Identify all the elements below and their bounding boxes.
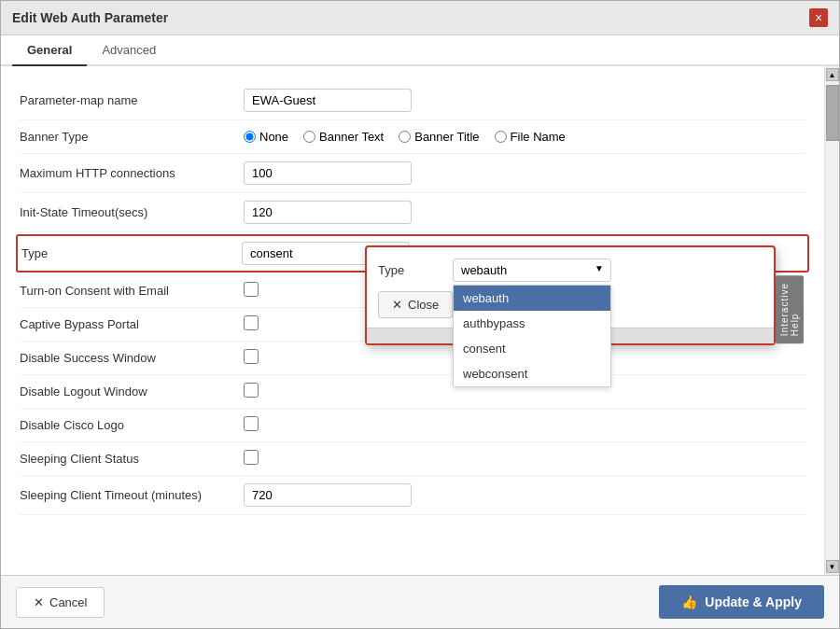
disable-cisco-logo-label: Disable Cisco Logo: [20, 418, 244, 432]
dropdown-item-authbypass[interactable]: authbypass: [454, 311, 610, 336]
dialog-footer: ✕ Cancel 👍 Update & Apply: [1, 575, 839, 628]
overlay-dropdown-list: webauth authbypass consent webconsent: [453, 285, 611, 387]
banner-type-options: None Banner Text Banner Title File Name: [244, 130, 805, 144]
dropdown-item-webconsent[interactable]: webconsent: [454, 361, 610, 386]
sleeping-client-timeout-label: Sleeping Client Timeout (minutes): [20, 488, 244, 502]
update-icon: 👍: [681, 594, 697, 609]
banner-radio-group: None Banner Text Banner Title File Name: [244, 130, 805, 144]
dropdown-item-consent[interactable]: consent: [454, 336, 610, 361]
max-http-input[interactable]: [244, 161, 412, 185]
init-state-value: [244, 201, 805, 224]
turn-on-consent-label: Turn-on Consent with Email: [20, 284, 244, 298]
captive-bypass-label: Captive Bypass Portal: [20, 317, 244, 331]
dialog-close-button[interactable]: ×: [809, 8, 828, 27]
sleeping-client-label: Sleeping Client Status: [20, 452, 244, 466]
sleeping-client-row: Sleeping Client Status: [20, 442, 805, 476]
turn-on-consent-checkbox[interactable]: [244, 282, 259, 297]
banner-title-option[interactable]: Banner Title: [399, 130, 479, 144]
banner-type-label: Banner Type: [20, 130, 244, 144]
max-http-label: Maximum HTTP connections: [20, 166, 244, 180]
parameter-map-name-label: Parameter-map name: [20, 93, 244, 107]
dialog-body: Parameter-map name Banner Type None Bann…: [1, 66, 839, 575]
cancel-icon: ✕: [34, 595, 44, 609]
init-state-input[interactable]: [244, 201, 412, 224]
max-http-value: [244, 161, 805, 185]
dialog-header: Edit Web Auth Parameter ×: [1, 1, 839, 35]
disable-cisco-logo-check: [244, 416, 805, 434]
close-icon: ✕: [392, 298, 402, 312]
banner-title-radio[interactable]: [399, 131, 411, 143]
dialog-title: Edit Web Auth Parameter: [12, 10, 168, 25]
max-http-row: Maximum HTTP connections: [20, 154, 805, 193]
scroll-up-button[interactable]: ▲: [826, 68, 839, 81]
sleeping-client-timeout-value: [244, 483, 805, 507]
disable-success-label: Disable Success Window: [20, 351, 244, 365]
edit-web-auth-dialog: Edit Web Auth Parameter × General Advanc…: [0, 0, 840, 629]
scrollbar: ▲ ▼: [824, 66, 839, 575]
interactive-help-button[interactable]: Interactive Help: [776, 275, 804, 343]
overlay-selected-value[interactable]: webauth ▼: [453, 259, 611, 282]
disable-success-checkbox[interactable]: [244, 349, 259, 364]
update-apply-button[interactable]: 👍 Update & Apply: [659, 585, 824, 619]
tab-bar: General Advanced: [1, 35, 839, 66]
overlay-select-container: webauth ▼ webauth authbypass consent web…: [453, 259, 763, 282]
sleeping-client-timeout-row: Sleeping Client Timeout (minutes): [20, 476, 805, 515]
disable-logout-label: Disable Logout Window: [20, 384, 244, 398]
overlay-select-display: webauth ▼ webauth authbypass consent web…: [453, 259, 611, 282]
parameter-map-name-value: [244, 89, 805, 112]
tab-general[interactable]: General: [12, 35, 87, 66]
disable-cisco-logo-checkbox[interactable]: [244, 416, 259, 431]
overlay-type-row: Type webauth ▼ webauth authbypass consen…: [378, 259, 763, 282]
banner-text-radio[interactable]: [303, 131, 315, 143]
overlay-dropdown-arrow: ▼: [595, 263, 604, 273]
disable-success-row: Disable Success Window: [20, 342, 805, 375]
scroll-thumb[interactable]: [826, 85, 839, 141]
banner-none-option[interactable]: None: [244, 130, 288, 144]
disable-cisco-logo-row: Disable Cisco Logo: [20, 409, 805, 442]
banner-text-option[interactable]: Banner Text: [303, 130, 384, 144]
banner-none-radio[interactable]: [244, 131, 256, 143]
init-state-row: Init-State Timeout(secs): [20, 193, 805, 232]
type-label: Type: [18, 246, 242, 260]
init-state-label: Init-State Timeout(secs): [20, 205, 244, 219]
disable-logout-checkbox[interactable]: [244, 383, 259, 398]
cancel-button[interactable]: ✕ Cancel: [16, 587, 105, 618]
sleeping-client-timeout-input[interactable]: [244, 483, 412, 507]
banner-filename-option[interactable]: File Name: [495, 130, 566, 144]
disable-logout-row: Disable Logout Window: [20, 375, 805, 409]
overlay-type-label: Type: [378, 263, 453, 277]
captive-bypass-checkbox[interactable]: [244, 315, 259, 330]
type-dropdown-overlay: Type webauth ▼ webauth authbypass consen…: [365, 245, 776, 345]
dropdown-item-webauth[interactable]: webauth: [454, 286, 610, 311]
scroll-down-button[interactable]: ▼: [826, 560, 839, 573]
overlay-close-button[interactable]: ✕ Close: [378, 291, 453, 318]
parameter-map-name-row: Parameter-map name: [20, 81, 805, 120]
banner-filename-radio[interactable]: [495, 131, 507, 143]
parameter-map-name-input[interactable]: [244, 89, 412, 112]
banner-type-row: Banner Type None Banner Text Banner Titl…: [20, 120, 805, 154]
sleeping-client-check: [244, 450, 805, 468]
sleeping-client-checkbox[interactable]: [244, 450, 259, 465]
tab-advanced[interactable]: Advanced: [87, 35, 171, 66]
